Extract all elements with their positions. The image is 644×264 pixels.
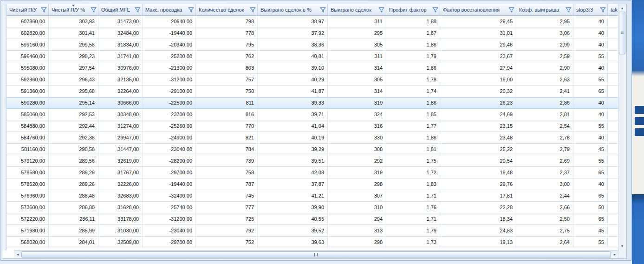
table-cell[interactable]: 292,38 (49, 132, 98, 144)
table-cell[interactable]: 40 (573, 27, 608, 39)
table-cell[interactable]: 758 (196, 167, 258, 178)
table-cell[interactable]: 816 (196, 109, 258, 120)
table-cell[interactable]: 599160,00 (7, 39, 49, 51)
table-cell[interactable]: 39,90 (258, 202, 328, 213)
table-cell[interactable]: 285,99 (49, 225, 98, 237)
horizontal-scrollbar[interactable]: ◄ ► (14, 250, 618, 258)
table-cell[interactable]: 595080,00 (7, 62, 49, 74)
table-cell[interactable]: 25,22 (440, 144, 516, 155)
column-header-9[interactable]: Фактор восстановления (440, 4, 516, 16)
table-cell[interactable]: 37,92 (258, 27, 328, 39)
table-cell[interactable]: 778 (196, 27, 258, 39)
table-cell[interactable] (608, 237, 619, 248)
table-cell[interactable]: 31274,00 (98, 120, 143, 132)
table-cell[interactable]: 55 (573, 51, 608, 62)
table-cell[interactable]: 38,97 (258, 16, 328, 27)
table-cell[interactable]: 296,43 (49, 74, 98, 86)
column-header-4[interactable]: Макс. просадка (143, 4, 196, 16)
table-cell[interactable]: 752 (196, 237, 258, 248)
scroll-up-button[interactable]: ▲ (618, 6, 626, 11)
table-cell[interactable]: 2,76 (516, 132, 573, 144)
table-cell[interactable]: 1,78 (386, 74, 440, 86)
column-header-7[interactable]: Выиграно сделок (328, 4, 386, 16)
table-cell[interactable]: 39,52 (258, 225, 328, 237)
table-row[interactable]: 573600,00286,8031628,00-25740,0077739,90… (7, 202, 619, 213)
table-cell[interactable]: 30976,00 (98, 62, 143, 74)
table-cell[interactable]: 39,29 (258, 144, 328, 155)
table-cell[interactable]: 316 (328, 120, 386, 132)
table-row[interactable]: 585060,00292,5330348,00-23700,0081639,71… (7, 109, 619, 120)
table-cell[interactable]: 1,86 (386, 39, 440, 51)
table-cell[interactable] (608, 225, 619, 237)
table-cell[interactable]: 19,13 (440, 237, 516, 248)
table-row[interactable]: 595080,00297,5430976,00-21300,0080339,10… (7, 62, 619, 74)
table-cell[interactable]: 292 (328, 155, 386, 167)
table-cell[interactable]: 31834,00 (98, 39, 143, 51)
scroll-left-button[interactable]: ◄ (15, 251, 20, 257)
table-cell[interactable]: 297,54 (49, 62, 98, 74)
table-cell[interactable] (608, 97, 619, 109)
table-cell[interactable]: 38,36 (258, 39, 328, 51)
table-cell[interactable]: 581160,00 (7, 144, 49, 155)
table-cell[interactable]: 19,00 (440, 74, 516, 86)
table-cell[interactable]: 40,55 (258, 213, 328, 225)
table-cell[interactable] (608, 27, 619, 39)
table-cell[interactable]: 311 (328, 51, 386, 62)
table-row[interactable]: 607860,00303,9331473,00-20640,0079838,97… (7, 16, 619, 27)
table-cell[interactable] (608, 86, 619, 97)
table-cell[interactable]: 568020,00 (7, 237, 49, 248)
table-cell[interactable]: 745 (196, 190, 258, 202)
table-cell[interactable] (608, 74, 619, 86)
table-cell[interactable]: 40,29 (258, 74, 328, 86)
table-cell[interactable]: 39,71 (258, 109, 328, 120)
table-cell[interactable]: 41,87 (258, 86, 328, 97)
table-cell[interactable]: 1,86 (386, 62, 440, 74)
table-cell[interactable]: 314 (328, 62, 386, 74)
table-cell[interactable]: 2,50 (516, 213, 573, 225)
table-cell[interactable]: 739 (196, 155, 258, 167)
table-cell[interactable]: 2,81 (516, 109, 573, 120)
table-cell[interactable]: 1,88 (386, 16, 440, 27)
table-cell[interactable]: 65 (573, 190, 608, 202)
table-cell[interactable]: 3,06 (516, 27, 573, 39)
table-cell[interactable]: 50 (573, 202, 608, 213)
table-cell[interactable]: 330 (328, 132, 386, 144)
column-header-5[interactable]: Количество сделок (196, 4, 258, 16)
table-cell[interactable]: 803 (196, 62, 258, 74)
table-cell[interactable]: 40 (573, 109, 608, 120)
table-cell[interactable]: 591360,00 (7, 86, 49, 97)
table-cell[interactable] (608, 202, 619, 213)
table-cell[interactable]: 31030,00 (98, 225, 143, 237)
table-cell[interactable]: 750 (196, 86, 258, 97)
table-cell[interactable]: 45 (573, 144, 608, 155)
table-cell[interactable]: 289,29 (49, 167, 98, 178)
table-cell[interactable]: -20640,00 (143, 16, 196, 27)
table-cell[interactable]: 29,76 (440, 178, 516, 190)
filter-icon[interactable] (135, 7, 141, 13)
filter-icon[interactable] (566, 7, 572, 13)
table-cell[interactable]: 27,94 (440, 62, 516, 74)
table-cell[interactable]: 572220,00 (7, 213, 49, 225)
table-cell[interactable]: 39,33 (258, 97, 328, 109)
filter-icon[interactable] (188, 7, 194, 13)
table-cell[interactable] (608, 155, 619, 167)
table-cell[interactable]: -28200,00 (143, 155, 196, 167)
table-cell[interactable] (608, 51, 619, 62)
table-cell[interactable]: 303,93 (49, 16, 98, 27)
table-cell[interactable]: 30348,00 (98, 109, 143, 120)
table-cell[interactable]: 298 (328, 178, 386, 190)
table-cell[interactable]: 39,63 (258, 237, 328, 248)
table-cell[interactable]: 55 (573, 74, 608, 86)
table-row[interactable]: 578580,00289,2931767,00-29700,0075842,08… (7, 167, 619, 178)
table-cell[interactable]: 579120,00 (7, 155, 49, 167)
table-cell[interactable]: 29,45 (440, 16, 516, 27)
table-cell[interactable]: 19,48 (440, 167, 516, 178)
table-cell[interactable]: 1,71 (386, 213, 440, 225)
table-row[interactable]: 596460,00298,2331741,00-25200,0076240,81… (7, 51, 619, 62)
table-cell[interactable]: 65 (573, 86, 608, 97)
table-cell[interactable]: 65 (573, 213, 608, 225)
table-cell[interactable]: -32400,00 (143, 190, 196, 202)
filter-icon[interactable] (432, 7, 438, 13)
table-cell[interactable]: 299,58 (49, 39, 98, 51)
table-cell[interactable]: 33178,00 (98, 213, 143, 225)
